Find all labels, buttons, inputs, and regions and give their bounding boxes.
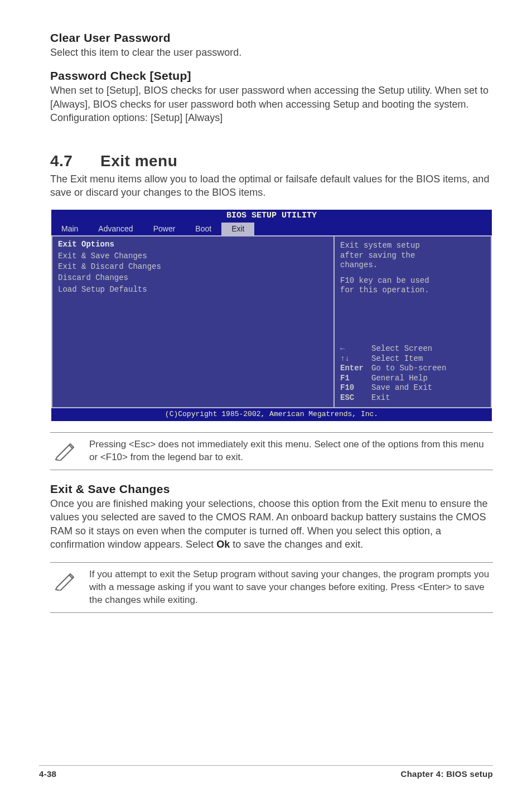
bios-footer: (C)Copyright 1985-2002, American Megatre… [51,408,492,421]
bios-help-line: F10 key can be used [340,276,485,286]
bios-tab-exit[interactable]: Exit [221,223,254,236]
bios-help-line: after saving the [340,251,485,261]
bios-title: BIOS SETUP UTILITY [51,210,492,223]
bios-item-discard[interactable]: Discard Changes [58,273,328,284]
note-text: Pressing <Esc> does not immediately exit… [89,438,490,464]
heading-password-check: Password Check [Setup] [50,69,493,83]
bios-item-load-defaults[interactable]: Load Setup Defaults [58,284,328,296]
body-bold: Ok [216,539,230,550]
note-esc: Pressing <Esc> does not immediately exit… [50,432,493,470]
legend-row: ←Select Screen [340,344,485,354]
heading-clear-user-password: Clear User Password [50,31,493,45]
text-exit-save-changes: Once you are finished making your select… [50,497,493,551]
pencil-icon [54,568,78,591]
legend-action: Go to Sub-screen [371,364,446,374]
text-exit-menu-intro: The Exit menu items allow you to load th… [50,172,493,200]
bios-item-exit-save[interactable]: Exit & Save Changes [58,251,328,262]
section-title: Exit menu [100,152,177,170]
bios-panel-heading: Exit Options [58,240,328,250]
bios-tab-power[interactable]: Power [143,223,186,236]
legend-action: Select Item [371,354,423,364]
legend-action: Select Screen [371,344,432,354]
legend-action: General Help [371,374,428,384]
bios-help-line: for this operation. [340,286,485,296]
heading-exit-save-changes: Exit & Save Changes [50,482,493,496]
legend-key: ESC [340,393,367,403]
page-number: 4-38 [39,769,56,779]
legend-key: Enter [340,364,367,374]
text-clear-user-password: Select this item to clear the user passw… [50,46,493,59]
bios-left-panel: Exit Options Exit & Save Changes Exit & … [51,236,335,408]
bios-help-line: Exit system setup [340,241,485,251]
note-exit-no-save: If you attempt to exit the Setup program… [50,562,493,613]
legend-row: ↑↓Select Item [340,354,485,364]
note-text: If you attempt to exit the Setup program… [89,568,490,607]
legend-key: ↑↓ [340,354,367,364]
legend-key: F10 [340,383,367,393]
bios-help: Exit system setup after saving the chang… [340,241,485,296]
section-number: 4.7 [50,152,100,170]
bios-tab-main[interactable]: Main [51,223,88,236]
pencil-icon [54,438,78,461]
heading-exit-menu: 4.7Exit menu [50,152,493,170]
bios-help-line: changes. [340,260,485,270]
bios-right-panel: Exit system setup after saving the chang… [335,236,492,408]
bios-item-exit-discard[interactable]: Exit & Discard Changes [58,262,328,273]
chapter-label: Chapter 4: BIOS setup [401,769,494,779]
bios-tab-advanced[interactable]: Advanced [88,223,143,236]
legend-key: ← [340,344,367,354]
legend-row: EnterGo to Sub-screen [340,364,485,374]
bios-screenshot: BIOS SETUP UTILITY Main Advanced Power B… [51,210,492,422]
text-password-check: When set to [Setup], BIOS checks for use… [50,84,493,124]
legend-row: F1General Help [340,374,485,384]
body-post: to save the changes and exit. [230,539,363,550]
legend-action: Exit [371,393,390,403]
legend-row: F10Save and Exit [340,383,485,393]
legend-action: Save and Exit [371,383,432,393]
legend-row: ESCExit [340,393,485,403]
page-footer: 4-38 Chapter 4: BIOS setup [39,765,493,779]
bios-tabs: Main Advanced Power Boot Exit [51,223,492,236]
legend-key: F1 [340,374,367,384]
bios-help-line [340,270,485,276]
bios-tab-boot[interactable]: Boot [185,223,221,236]
bios-legend: ←Select Screen ↑↓Select Item EnterGo to … [340,344,485,403]
